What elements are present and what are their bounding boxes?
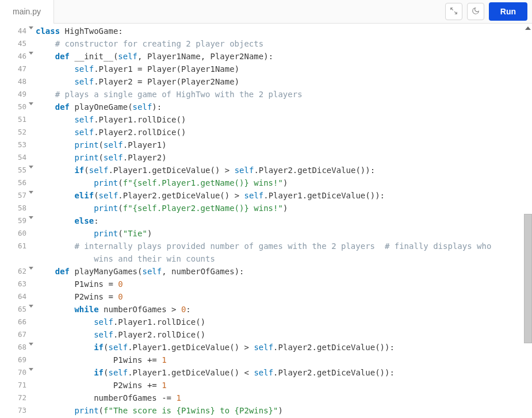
fold-toggle-icon[interactable] [29, 102, 33, 105]
line-number: 50 [0, 101, 32, 113]
code-line[interactable]: self.Player1.rollDice() [36, 113, 532, 126]
code-line[interactable]: # constructor for creating 2 player obje… [36, 37, 532, 50]
line-number: 57 [0, 189, 32, 202]
code-line[interactable]: elif(self.Player2.getDiceValue() > self.… [36, 189, 532, 202]
theme-toggle-button[interactable] [467, 3, 484, 20]
moon-icon [472, 7, 480, 17]
code-line[interactable]: P1wins = 0 [36, 278, 532, 290]
line-number: 60 [0, 227, 32, 240]
fold-toggle-icon[interactable] [29, 267, 33, 270]
line-number: 67 [0, 328, 32, 341]
line-number: 73 [0, 404, 32, 417]
code-line[interactable]: print(self.Player2) [36, 151, 532, 164]
line-number: 72 [0, 392, 32, 404]
line-number: 61 [0, 240, 32, 252]
line-number: 58 [0, 202, 32, 214]
fold-toggle-icon[interactable] [29, 368, 33, 371]
code-line[interactable]: else: [36, 214, 532, 227]
scrollbar-thumb[interactable] [524, 214, 532, 343]
code-line[interactable]: class HighTwoGame: [36, 25, 532, 37]
line-number: 56 [0, 177, 32, 189]
fold-toggle-icon[interactable] [29, 52, 33, 55]
code-line[interactable]: print(f"{self.Player1.getName()} wins!") [36, 177, 532, 189]
line-number: 53 [0, 139, 32, 151]
code-line[interactable]: self.Player1.rollDice() [36, 316, 532, 328]
fold-toggle-icon[interactable] [29, 191, 33, 194]
line-number: 69 [0, 354, 32, 366]
code-line[interactable]: self.Player1 = Player(Player1Name) [36, 63, 532, 75]
code-line[interactable]: print(f"{self.Player2.getName()} wins!") [36, 202, 532, 214]
line-number: 71 [0, 379, 32, 392]
fold-toggle-icon[interactable] [29, 26, 33, 29]
code-editor[interactable]: 4445464748495051525354555657585960616263… [0, 24, 532, 418]
code-line[interactable]: while numberOfGames > 0: [36, 303, 532, 316]
expand-icon [450, 7, 458, 17]
toolbar-right: Run [445, 2, 527, 21]
code-line[interactable]: self.Player2 = Player(Player2Name) [36, 75, 532, 88]
line-number: 66 [0, 316, 32, 328]
code-line-wrap[interactable]: wins and their win counts [36, 252, 532, 265]
line-number-gutter: 4445464748495051525354555657585960616263… [0, 24, 32, 417]
editor-container: 4445464748495051525354555657585960616263… [0, 24, 532, 418]
line-number: 45 [0, 37, 32, 50]
line-number: 59 [0, 214, 32, 227]
scrollbar-track[interactable] [523, 32, 532, 418]
code-content[interactable]: class HighTwoGame: # constructor for cre… [32, 24, 532, 417]
line-number: 44 [0, 25, 32, 37]
fold-toggle-icon[interactable] [29, 216, 33, 219]
code-line[interactable]: self.Player2.rollDice() [36, 328, 532, 341]
fold-toggle-icon[interactable] [29, 343, 33, 346]
line-number: 65 [0, 303, 32, 316]
tab-filename: main.py [13, 7, 41, 16]
code-line[interactable]: def playManyGames(self, numberOfGames): [36, 265, 532, 278]
line-number: 68 [0, 341, 32, 354]
scrollbar-up-arrow[interactable] [523, 24, 532, 32]
run-button[interactable]: Run [489, 2, 527, 21]
code-line[interactable]: print(self.Player1) [36, 139, 532, 151]
code-line[interactable]: def playOneGame(self): [36, 101, 532, 113]
line-number: 48 [0, 75, 32, 88]
line-number-wrap [0, 252, 32, 265]
line-number: 51 [0, 113, 32, 126]
code-line[interactable]: # plays a single game of HighTwo with th… [36, 88, 532, 101]
code-line[interactable]: if(self.Player1.getDiceValue() > self.Pl… [36, 341, 532, 354]
code-line[interactable]: P1wins += 1 [36, 354, 532, 366]
code-line[interactable]: print(f"The score is {P1wins} to {P2wins… [36, 404, 532, 417]
code-line[interactable]: # internally plays provided number of ga… [36, 240, 532, 252]
fold-toggle-icon[interactable] [29, 305, 33, 308]
line-number: 70 [0, 366, 32, 379]
code-line[interactable]: numberOfGames -= 1 [36, 392, 532, 404]
line-number: 46 [0, 50, 32, 63]
line-number: 64 [0, 290, 32, 303]
file-tab[interactable]: main.py [0, 0, 54, 24]
code-line[interactable]: print("Tie") [36, 227, 532, 240]
line-number: 47 [0, 63, 32, 75]
line-number: 63 [0, 278, 32, 290]
line-number: 55 [0, 164, 32, 177]
fold-toggle-icon[interactable] [29, 166, 33, 168]
code-line[interactable]: P2wins = 0 [36, 290, 532, 303]
code-line[interactable]: if(self.Player1.getDiceValue() < self.Pl… [36, 366, 532, 379]
line-number: 62 [0, 265, 32, 278]
code-line[interactable]: self.Player2.rollDice() [36, 126, 532, 139]
expand-button[interactable] [445, 3, 462, 20]
code-line[interactable]: def __init__(self, Player1Name, Player2N… [36, 50, 532, 63]
code-line[interactable]: P2wins += 1 [36, 379, 532, 392]
line-number: 54 [0, 151, 32, 164]
code-line[interactable]: if(self.Player1.getDiceValue() > self.Pl… [36, 164, 532, 177]
line-number: 49 [0, 88, 32, 101]
toolbar: main.py Run [0, 0, 532, 24]
line-number: 52 [0, 126, 32, 139]
